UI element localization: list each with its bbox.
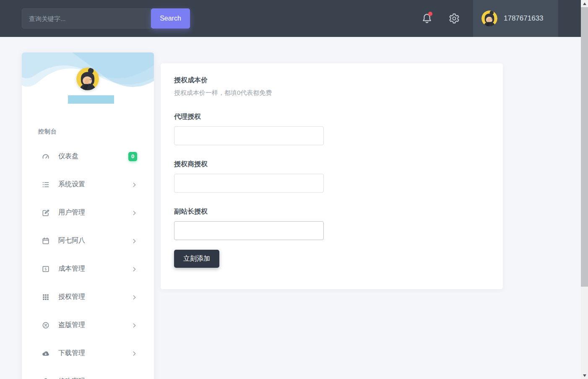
sidebar-item-label: 系统设置 <box>58 180 85 189</box>
chevron-right-icon <box>132 182 137 187</box>
list-icon <box>42 180 50 189</box>
user-menu[interactable]: 1787671633 <box>473 0 558 37</box>
count-badge: 0 <box>128 152 137 161</box>
scroll-down-arrow[interactable] <box>581 372 588 379</box>
edit-doc-icon <box>42 209 50 217</box>
sidebar-item-auth-management[interactable]: 授权管理 <box>22 283 154 311</box>
sidebar-item-system-settings[interactable]: 系统设置 <box>22 170 154 199</box>
gear-icon <box>448 13 460 24</box>
sidebar-item-user-management[interactable]: 用户管理 <box>22 199 154 227</box>
sidebar-item-label: 下载管理 <box>58 349 85 358</box>
sidebar-item-label: 盗版管理 <box>58 321 85 329</box>
agent-auth-input[interactable] <box>174 126 324 145</box>
add-now-button[interactable]: 立刻添加 <box>174 250 219 268</box>
agent-auth-label: 代理授权 <box>174 112 201 121</box>
sidebar-item-label: 用户管理 <box>58 208 85 217</box>
deputy-webmaster-auth-input[interactable] <box>174 221 324 240</box>
auth-cost-card: 授权成本价 授权成本价一样，都填0代表都免费 代理授权 授权商授权 副站长授权 … <box>161 63 503 289</box>
chevron-right-icon <box>132 238 137 243</box>
chevron-right-icon <box>132 266 137 272</box>
authorizer-auth-label: 授权商授权 <box>174 160 208 169</box>
grid-icon <box>42 293 50 301</box>
sidebar-item-aqiaba[interactable]: 阿七阿八 <box>22 227 154 255</box>
sidebar-item-label: 成本管理 <box>58 264 85 273</box>
card-title: 授权成本价 <box>174 76 208 85</box>
scroll-up-arrow[interactable] <box>581 0 588 7</box>
sidebar-item-dashboard[interactable]: 仪表盘 0 <box>22 142 154 170</box>
circle-x-icon <box>42 321 50 329</box>
sidebar-item-cost-management[interactable]: $ 成本管理 <box>22 255 154 283</box>
scrollbar-thumb[interactable] <box>581 7 588 287</box>
profile-avatar <box>76 68 99 90</box>
authorizer-auth-input[interactable] <box>174 174 324 193</box>
sidebar-section-label: 控制台 <box>38 128 57 136</box>
sidebar-menu: 仪表盘 0 系统设置 用户管理 <box>22 142 154 379</box>
notifications-button[interactable] <box>421 13 433 24</box>
sidebar-item-piracy-management[interactable]: 盗版管理 <box>22 311 154 339</box>
card-subtitle: 授权成本价一样，都填0代表都免费 <box>174 89 272 97</box>
lock-icon <box>42 377 50 379</box>
username-highlight-bar <box>68 95 114 104</box>
notification-badge-dot <box>428 12 432 16</box>
search-group: Search <box>22 8 190 29</box>
sidebar-item-label: 授权管理 <box>58 293 85 301</box>
deputy-webmaster-auth-label: 副站长授权 <box>174 207 208 216</box>
search-button[interactable]: Search <box>151 8 190 29</box>
sidebar-item-change-password[interactable]: 修改密码 <box>22 367 154 379</box>
sidebar: 控制台 仪表盘 0 系统设置 <box>22 52 154 379</box>
settings-button[interactable] <box>448 13 460 24</box>
user-avatar <box>481 10 497 26</box>
chevron-right-icon <box>132 210 137 215</box>
gauge-icon <box>42 152 50 161</box>
chevron-right-icon <box>132 294 137 300</box>
svg-text:$: $ <box>44 267 47 271</box>
sidebar-item-label: 修改密码 <box>58 377 85 379</box>
chevron-right-icon <box>132 322 137 328</box>
sidebar-item-download-management[interactable]: 下载管理 <box>22 339 154 367</box>
money-icon: $ <box>42 265 50 273</box>
sidebar-item-label: 仪表盘 <box>58 152 78 161</box>
vertical-scrollbar <box>581 0 588 379</box>
top-navbar: Search 1787671633 <box>0 0 581 37</box>
calendar-icon <box>42 237 50 245</box>
search-input[interactable] <box>22 8 151 29</box>
username-label: 1787671633 <box>504 14 544 23</box>
cloud-download-icon <box>42 349 50 358</box>
chevron-right-icon <box>132 350 137 356</box>
sidebar-item-label: 阿七阿八 <box>58 236 85 245</box>
